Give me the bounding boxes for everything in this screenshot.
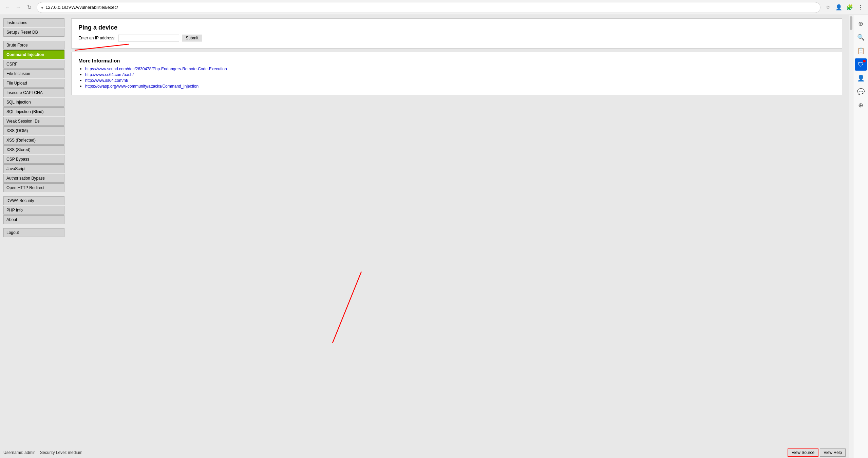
username-value: admin: [24, 450, 36, 455]
nav-item-brute-force[interactable]: Brute Force: [3, 41, 64, 50]
forward-button[interactable]: →: [14, 3, 23, 12]
view-source-button[interactable]: View Source: [788, 448, 818, 457]
sidebar-icon-3[interactable]: 📋: [855, 45, 867, 57]
nav-item-command-injection[interactable]: Command Injection: [3, 50, 64, 59]
nav-item-open-http-redirect[interactable]: Open HTTP Redirect: [3, 183, 64, 192]
address-lock-icon: ●: [41, 5, 43, 10]
nav-item-php-info[interactable]: PHP Info: [3, 206, 64, 215]
nav-buttons: ← → ↻: [3, 3, 34, 12]
bottom-right-buttons: View Source View Help: [788, 448, 846, 457]
sidebar-icon-4[interactable]: 🛡: [855, 58, 867, 71]
nav-item-about[interactable]: About: [3, 215, 64, 224]
main-content: Ping a device Enter an IP address: Submi…: [68, 15, 849, 447]
scrollbar-thumb: [850, 16, 852, 30]
username-label: Username:: [3, 450, 23, 455]
security-label: Security Level:: [40, 450, 67, 455]
sidebar-icon-5[interactable]: 👤: [855, 72, 867, 84]
list-item: http://www.ss64.com/bash/: [85, 72, 835, 77]
list-item: https://owasp.org/www-community/attacks/…: [85, 84, 835, 89]
bottom-left-info: Username: admin Security Level: medium: [3, 450, 82, 455]
list-item: https://www.scribd.com/doc/2630478/Php-E…: [85, 66, 835, 71]
notification-badge: [863, 60, 866, 62]
nav-item-xss-reflected[interactable]: XSS (Reflected): [3, 136, 64, 145]
view-help-button[interactable]: View Help: [820, 448, 846, 457]
nav-item-file-inclusion[interactable]: File Inclusion: [3, 69, 64, 78]
page-scrollbar[interactable]: [849, 15, 853, 458]
security-value: medium: [68, 450, 82, 455]
back-button[interactable]: ←: [3, 3, 12, 12]
nav-item-setup-reset[interactable]: Setup / Reset DB: [3, 28, 64, 37]
reload-button[interactable]: ↻: [24, 3, 34, 12]
menu-button[interactable]: ⋮: [856, 3, 865, 12]
nav-item-csrf[interactable]: CSRF: [3, 60, 64, 69]
extensions-button[interactable]: 🧩: [845, 3, 854, 12]
browser-chrome: ← → ↻ ● ☆ 👤 🧩 ⋮: [0, 0, 868, 15]
address-bar[interactable]: [45, 5, 816, 10]
nav-item-sql-injection-blind[interactable]: SQL Injection (Blind): [3, 107, 64, 116]
nav-item-sql-injection[interactable]: SQL Injection: [3, 98, 64, 107]
nav-item-logout[interactable]: Logout: [3, 228, 64, 237]
nav-item-xss-dom[interactable]: XSS (DOM): [3, 126, 64, 135]
ping-form: Enter an IP address: Submit: [78, 35, 835, 41]
browser-sidebar-icons: ⊕ 🔍 📋 🛡 👤 💬 ⊕: [853, 15, 868, 458]
address-bar-container: ●: [37, 2, 820, 13]
list-item: http://www.ss64.com/nt/: [85, 78, 835, 83]
page-title: Ping a device: [78, 24, 835, 31]
link-3[interactable]: http://www.ss64.com/nt/: [85, 78, 128, 83]
nav-item-authorisation-bypass[interactable]: Authorisation Bypass: [3, 174, 64, 183]
nav-item-file-upload[interactable]: File Upload: [3, 79, 64, 88]
sidebar-icon-search[interactable]: 🔍: [855, 31, 867, 43]
nav-sidebar: Instructions Setup / Reset DB Brute Forc…: [0, 15, 68, 447]
nav-item-insecure-captcha[interactable]: Insecure CAPTCHA: [3, 88, 64, 97]
more-info-box: More Information https://www.scribd.com/…: [71, 52, 842, 95]
nav-item-csp-bypass[interactable]: CSP Bypass: [3, 155, 64, 164]
sidebar-icon-6[interactable]: 💬: [855, 86, 867, 98]
profile-button[interactable]: 👤: [834, 3, 844, 12]
content-box: Ping a device Enter an IP address: Submi…: [71, 18, 842, 49]
submit-button[interactable]: Submit: [182, 35, 202, 41]
links-list: https://www.scribd.com/doc/2630478/Php-E…: [78, 66, 835, 89]
link-4[interactable]: https://owasp.org/www-community/attacks/…: [85, 84, 199, 89]
ip-address-input[interactable]: [118, 35, 179, 41]
ping-label: Enter an IP address:: [78, 36, 115, 40]
bookmark-button[interactable]: ☆: [823, 3, 833, 12]
nav-item-xss-stored[interactable]: XSS (Stored): [3, 145, 64, 154]
link-1[interactable]: https://www.scribd.com/doc/2630478/Php-E…: [85, 67, 227, 71]
nav-item-dvwa-security[interactable]: DVWA Security: [3, 196, 64, 205]
nav-item-weak-session-ids[interactable]: Weak Session IDs: [3, 117, 64, 126]
sidebar-icon-1[interactable]: ⊕: [855, 18, 867, 30]
link-2[interactable]: http://www.ss64.com/bash/: [85, 72, 134, 77]
page-content: Instructions Setup / Reset DB Brute Forc…: [0, 15, 849, 447]
sidebar-icon-7[interactable]: ⊕: [855, 99, 867, 111]
nav-item-javascript[interactable]: JavaScript: [3, 164, 64, 173]
nav-item-instructions[interactable]: Instructions: [3, 18, 64, 27]
bottom-bar: Username: admin Security Level: medium V…: [0, 447, 849, 458]
browser-actions: ☆ 👤 🧩 ⋮: [823, 3, 865, 12]
more-info-title: More Information: [78, 58, 835, 63]
